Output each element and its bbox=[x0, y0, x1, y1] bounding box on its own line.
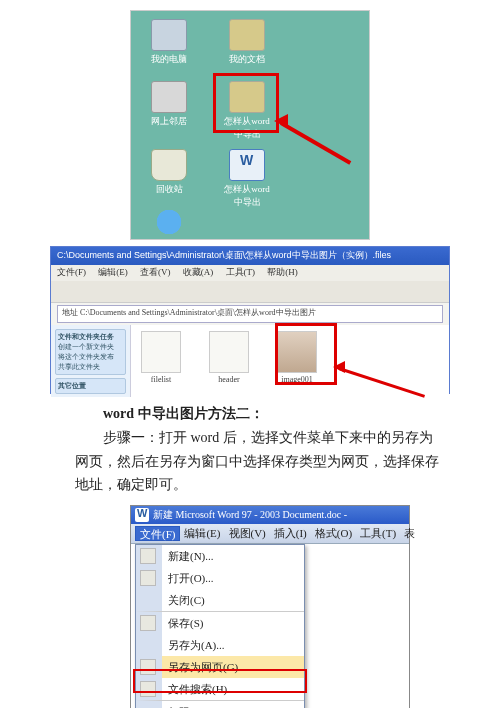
word-menu-bar: 文件(F) 编辑(E) 视图(V) 插入(I) 格式(O) 工具(T) 表 bbox=[131, 524, 409, 544]
menu-tools[interactable]: 工具(T) bbox=[356, 526, 400, 541]
arrow-head-icon bbox=[333, 361, 345, 373]
highlight-box bbox=[213, 73, 279, 133]
file-pane: filelist header image001 bbox=[131, 325, 449, 397]
word-window: 新建 Microsoft Word 97 - 2003 Document.doc… bbox=[130, 505, 410, 708]
item-label: 关闭(C) bbox=[168, 593, 205, 608]
menu-format[interactable]: 格式(O) bbox=[311, 526, 356, 541]
file-icon bbox=[209, 331, 249, 373]
menu-bar: 文件(F) 编辑(E) 查看(V) 收藏(A) 工具(T) 帮助(H) bbox=[51, 265, 449, 281]
item-label: 新建(N)... bbox=[168, 549, 214, 564]
sidebar-heading: 文件和文件夹任务 bbox=[58, 332, 123, 342]
item-label: 保存(S) bbox=[168, 616, 203, 631]
desktop-icon-word-doc[interactable]: 怎样从word中导出 bbox=[223, 149, 271, 209]
desktop-icon-recyclebin[interactable]: 回收站 bbox=[145, 149, 193, 196]
desktop-icon-network[interactable]: 网上邻居 bbox=[145, 81, 193, 128]
file-icon bbox=[141, 331, 181, 373]
menu-insert[interactable]: 插入(I) bbox=[270, 526, 311, 541]
open-icon bbox=[140, 570, 156, 586]
step-paragraph: 步骤一：打开 word 后，选择文件菜单下来中的另存为网页，然后在另存为窗口中选… bbox=[75, 426, 440, 497]
arrow-line bbox=[339, 367, 426, 398]
file-item[interactable]: header bbox=[205, 331, 253, 391]
icon-label: 怎样从word中导出 bbox=[224, 184, 270, 207]
menu-help[interactable]: 帮助(H) bbox=[267, 267, 298, 277]
article-text: word 中导出图片方法二： 步骤一：打开 word 后，选择文件菜单下来中的另… bbox=[0, 394, 500, 501]
desktop-icon-folder[interactable]: 我的文档 bbox=[223, 19, 271, 66]
menu-item-new[interactable]: 新建(N)... bbox=[136, 545, 304, 567]
word-app-icon bbox=[135, 508, 149, 522]
file-label: header bbox=[218, 375, 239, 384]
desktop-screenshot: 我的电脑 我的文档 网上邻居 怎样从word中导出 回收站 怎样从word中导出 bbox=[130, 10, 370, 240]
sidebar-heading: 其它位置 bbox=[58, 381, 123, 391]
menu-edit[interactable]: 编辑(E) bbox=[180, 526, 224, 541]
menu-tools[interactable]: 工具(T) bbox=[226, 267, 256, 277]
arrow-head-icon bbox=[274, 114, 288, 128]
tasks-sidebar: 文件和文件夹任务 创建一个新文件夹 将这个文件夹发布 共享此文件夹 其它位置 bbox=[51, 325, 131, 397]
menu-table[interactable]: 表 bbox=[400, 526, 419, 541]
word-title-text: 新建 Microsoft Word 97 - 2003 Document.doc… bbox=[153, 508, 347, 522]
sidebar-section: 其它位置 bbox=[55, 378, 126, 394]
new-icon bbox=[140, 548, 156, 564]
icon-label: 我的文档 bbox=[229, 54, 265, 64]
desktop-icon-ie[interactable] bbox=[145, 206, 193, 240]
method-heading: word 中导出图片方法二： bbox=[75, 402, 440, 426]
menu-view[interactable]: 查看(V) bbox=[140, 267, 171, 277]
icon-label: 网上邻居 bbox=[151, 116, 187, 126]
menu-item-saveas[interactable]: 另存为(A)... bbox=[136, 634, 304, 656]
sidebar-link[interactable]: 创建一个新文件夹 bbox=[58, 342, 123, 352]
menu-item-close[interactable]: 关闭(C) bbox=[136, 589, 304, 611]
highlight-box bbox=[133, 669, 307, 693]
desktop-icon-mycomputer[interactable]: 我的电脑 bbox=[145, 19, 193, 66]
save-icon bbox=[140, 615, 156, 631]
window-titlebar: C:\Documents and Settings\Administrator\… bbox=[51, 247, 449, 265]
menu-edit[interactable]: 编辑(E) bbox=[98, 267, 128, 277]
item-label: 另存为(A)... bbox=[168, 638, 225, 653]
menu-item-open[interactable]: 打开(O)... bbox=[136, 567, 304, 589]
menu-view[interactable]: 视图(V) bbox=[225, 526, 270, 541]
menu-item-permission[interactable]: 权限(M)▶ bbox=[136, 701, 304, 708]
menu-file[interactable]: 文件(F) bbox=[57, 267, 86, 277]
address-bar[interactable]: 地址 C:\Documents and Settings\Administrat… bbox=[57, 305, 443, 323]
item-label: 打开(O)... bbox=[168, 571, 214, 586]
arrow-line bbox=[280, 121, 351, 164]
icon-label: 回收站 bbox=[156, 184, 183, 194]
sidebar-section: 文件和文件夹任务 创建一个新文件夹 将这个文件夹发布 共享此文件夹 bbox=[55, 329, 126, 375]
sidebar-link[interactable]: 将这个文件夹发布 bbox=[58, 352, 123, 362]
explorer-body: 文件和文件夹任务 创建一个新文件夹 将这个文件夹发布 共享此文件夹 其它位置 f… bbox=[51, 325, 449, 397]
toolbar bbox=[51, 281, 449, 303]
menu-file[interactable]: 文件(F) bbox=[135, 526, 180, 541]
menu-item-save[interactable]: 保存(S) bbox=[136, 612, 304, 634]
icon-label: 我的电脑 bbox=[151, 54, 187, 64]
sidebar-link[interactable]: 共享此文件夹 bbox=[58, 362, 123, 372]
word-titlebar: 新建 Microsoft Word 97 - 2003 Document.doc… bbox=[131, 506, 409, 524]
file-item[interactable]: filelist bbox=[137, 331, 185, 391]
file-label: filelist bbox=[151, 375, 171, 384]
explorer-window: C:\Documents and Settings\Administrator\… bbox=[50, 246, 450, 394]
menu-fav[interactable]: 收藏(A) bbox=[183, 267, 214, 277]
highlight-box bbox=[275, 323, 337, 385]
